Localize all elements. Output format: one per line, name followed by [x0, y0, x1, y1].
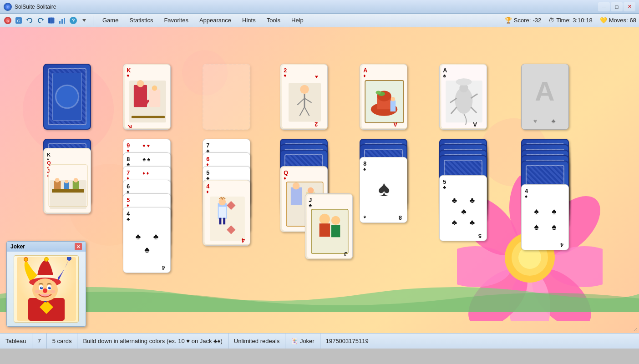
svg-rect-38 — [132, 116, 165, 118]
svg-rect-166 — [320, 223, 330, 237]
status-type: Tableau — [4, 334, 32, 349]
status-columns: 7 — [32, 334, 47, 349]
svg-marker-17 — [82, 19, 86, 22]
tableau-label: Tableau — [5, 338, 26, 344]
toolbar-icon-undo[interactable] — [25, 15, 35, 25]
tableau-5-eight-spades[interactable]: 8 ♠ ♠ ♠ 8 — [360, 157, 407, 223]
toolbar-icon-1[interactable]: G — [14, 15, 24, 25]
tableau-2-card-4[interactable]: 4 ♣ ♣ ♣ ♣ 4 — [123, 207, 171, 273]
tableau-4-jack-clubs[interactable]: J ♣ J — [305, 193, 353, 259]
menu-hints[interactable]: Hints — [238, 15, 260, 25]
tableau-6-five-clubs[interactable]: 5 ♣ ♣ ♣ ♣ ♣ ♣ 5 — [439, 175, 487, 241]
empty-foundation-1[interactable] — [203, 64, 250, 130]
svg-text:8: 8 — [399, 214, 402, 221]
svg-rect-14 — [64, 18, 65, 24]
menu-favorites[interactable]: Favorites — [159, 15, 193, 25]
svg-line-216 — [634, 328, 637, 331]
svg-point-212 — [50, 287, 51, 288]
score-value: -32 — [532, 17, 541, 24]
card-ace-clubs[interactable]: A ♣ A — [439, 64, 487, 130]
svg-text:J: J — [344, 251, 347, 257]
svg-point-158 — [308, 187, 314, 194]
card-empty-ace[interactable]: A ♥ ♣ — [521, 64, 569, 130]
titlebar: SolSuite Solitaire ─ □ ✕ — [0, 0, 639, 14]
svg-point-60 — [391, 97, 396, 101]
svg-point-2 — [7, 6, 9, 8]
svg-rect-147 — [223, 218, 225, 225]
svg-text:♣: ♣ — [551, 117, 555, 125]
svg-text:♣: ♣ — [470, 196, 475, 205]
svg-text:♣: ♣ — [452, 196, 457, 205]
game-area[interactable]: K ♥ ♥ K 2 ♥ — [0, 27, 639, 349]
score-label: Score: — [514, 17, 531, 24]
toolbar-icon-redo[interactable] — [36, 15, 46, 25]
toolbar-icons: S G — [3, 15, 93, 25]
svg-point-209 — [41, 287, 42, 288]
svg-point-204 — [67, 257, 71, 260]
toolbar-icon-dropdown[interactable] — [79, 15, 89, 25]
joker-close-button[interactable]: ✕ — [75, 243, 82, 250]
svg-point-213 — [43, 288, 47, 293]
svg-text:♣: ♣ — [443, 184, 446, 190]
stock-pile[interactable] — [43, 64, 91, 130]
toolbar-icon-help[interactable]: ? — [68, 15, 78, 25]
close-button[interactable]: ✕ — [624, 2, 635, 11]
toolbar-icon-stats[interactable] — [57, 15, 67, 25]
joker-image — [14, 255, 79, 323]
menu-game[interactable]: Game — [98, 15, 123, 25]
svg-point-214 — [35, 290, 40, 293]
svg-text:S: S — [6, 19, 9, 23]
svg-text:♣: ♣ — [153, 232, 158, 241]
card-king-hearts[interactable]: K ♥ ♥ K — [123, 64, 171, 130]
svg-text:4: 4 — [242, 237, 245, 243]
tableau-3-card-4[interactable]: 4 ♦ 4 — [203, 180, 250, 246]
svg-text:2: 2 — [314, 121, 318, 127]
app-icon — [4, 3, 12, 11]
game-id: 1975003175119 — [326, 338, 369, 344]
svg-point-167 — [331, 216, 340, 225]
svg-rect-89 — [52, 189, 84, 192]
card-ace-diamonds[interactable]: A ♦ A — [360, 64, 407, 130]
columns-value: 7 — [38, 338, 41, 344]
menu-tools[interactable]: Tools — [262, 15, 285, 25]
svg-rect-92 — [64, 182, 69, 189]
svg-rect-142 — [210, 197, 245, 241]
redeals-text: Unlimited redeals — [234, 338, 279, 344]
svg-text:♦: ♦ — [284, 175, 286, 181]
menu-help[interactable]: Help — [287, 15, 308, 25]
menu-appearance[interactable]: Appearance — [195, 15, 236, 25]
toolbar-icon-deal[interactable] — [46, 15, 56, 25]
svg-text:♣: ♣ — [461, 207, 466, 216]
joker-panel: Joker ✕ — [6, 241, 86, 327]
restore-button[interactable]: □ — [611, 2, 623, 11]
menu-statistics[interactable]: Statistics — [125, 15, 157, 25]
moves-value: 68 — [630, 17, 636, 24]
tableau-7-four-spades[interactable]: 4 ♠ ♠ ♠ ♠ ♠ 4 — [521, 184, 569, 250]
svg-point-93 — [65, 180, 68, 183]
svg-text:J: J — [47, 168, 50, 174]
moves-label: Moves: — [609, 17, 628, 24]
joker-panel-titlebar: Joker ✕ — [7, 242, 86, 252]
minimize-button[interactable]: ─ — [598, 2, 610, 11]
svg-text:♥: ♥ — [127, 73, 129, 78]
svg-text:♦: ♦ — [47, 174, 49, 178]
svg-point-215 — [50, 290, 56, 293]
tableau-1-top[interactable]: K ♠ Q ♦ J ♦ — [43, 148, 91, 214]
cards-value: 5 cards — [52, 338, 72, 344]
svg-rect-155 — [291, 187, 302, 205]
svg-text:♣: ♣ — [309, 202, 312, 208]
card-2-hearts[interactable]: 2 ♥ ♥ 2 — [280, 64, 328, 130]
rule-text: Build down in alternating colors (ex. 10… — [83, 338, 222, 344]
resize-handle[interactable] — [632, 326, 639, 333]
svg-point-44 — [300, 85, 309, 94]
svg-rect-12 — [59, 21, 61, 24]
svg-text:A: A — [535, 76, 554, 106]
status-cards: 5 cards — [47, 334, 78, 349]
svg-text:?: ? — [72, 18, 75, 23]
toolbar-icon-0[interactable]: S — [3, 15, 13, 25]
svg-point-37 — [152, 86, 157, 91]
titlebar-left: SolSuite Solitaire — [4, 3, 56, 11]
svg-point-75 — [456, 78, 472, 86]
status-gameid: 1975003175119 — [320, 334, 374, 349]
time-value: 3:10:18 — [573, 17, 592, 24]
